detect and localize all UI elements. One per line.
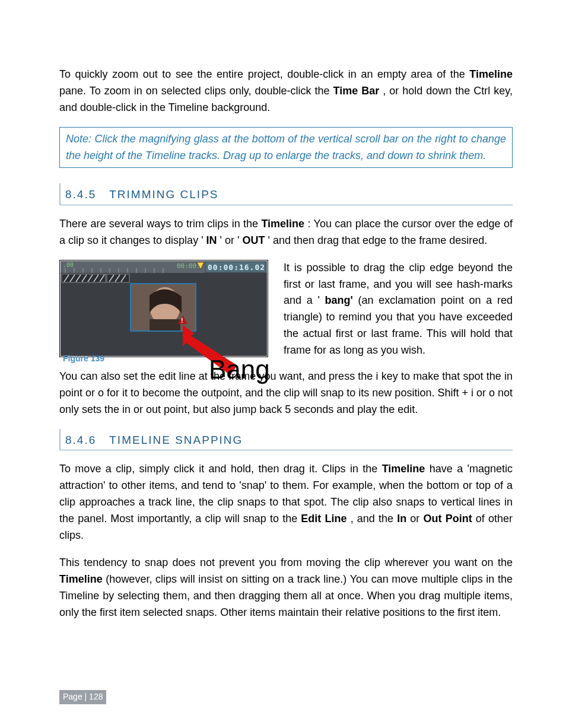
small-timecode: 00:00:	[177, 262, 201, 270]
text: You can also set the edit line at the fr…	[59, 370, 513, 415]
bold-out: OUT	[243, 234, 265, 246]
bold-timeline: Timeline	[382, 463, 425, 475]
bold-timebar: Time Bar	[333, 85, 380, 97]
note-text: Note: Click the magnifying glass at the …	[66, 133, 506, 161]
text: , and the	[351, 513, 398, 524]
ruler-mark: .00	[63, 262, 74, 268]
snapping-paragraph-1: To move a clip, simply click it and hold…	[59, 461, 513, 543]
bold-timeline: Timeline	[469, 68, 513, 80]
heading-number: 8.4.5	[65, 186, 96, 203]
bold-timeline: Timeline	[59, 573, 103, 585]
bold-in: In	[397, 513, 406, 524]
text: pane. To zoom in on selected clips only,…	[59, 85, 333, 97]
text: This tendency to snap does not prevent y…	[59, 557, 513, 568]
heading-title: TIMELINE SNAPPING	[109, 431, 243, 449]
trimming-intro-paragraph: There are several ways to trim clips in …	[59, 216, 513, 249]
bold-timeline: Timeline	[261, 218, 304, 230]
intro-paragraph: To quickly zoom out to see the entire pr…	[59, 66, 513, 116]
heading-title: TRIMMING CLIPS	[109, 186, 218, 203]
text: There are several ways to trim clips in …	[59, 218, 261, 230]
page: To quickly zoom out to see the entire pr…	[0, 0, 566, 728]
page-number-label: Page | 128	[59, 690, 106, 704]
heading-number: 8.4.6	[65, 431, 96, 449]
text: To quickly zoom out to see the entire pr…	[59, 68, 469, 80]
svg-rect-30	[150, 319, 180, 331]
figure-text-wrap: .00 00:00: 00:00:16.02	[59, 260, 513, 365]
text: ' or '	[220, 234, 240, 246]
figure-block: .00 00:00: 00:00:16.02	[59, 260, 268, 365]
figure-side-paragraph: It is possible to drag the clip edge bey…	[284, 260, 513, 359]
trimming-paragraph-3: You can also set the edit line at the fr…	[59, 368, 513, 418]
timecode-display: 00:00:16.02	[208, 263, 265, 272]
page-number: Page | 128	[59, 690, 106, 704]
text: ' and then drag that edge to the frame d…	[268, 234, 488, 246]
note-box: Note: Click the magnifying glass at the …	[59, 127, 513, 169]
bold-bang: bang'	[325, 294, 353, 306]
svg-rect-17	[107, 274, 129, 282]
text: To move a clip, simply click it and hold…	[59, 463, 382, 475]
section-heading-timeline-snapping: 8.4.6 TIMELINE SNAPPING	[59, 429, 513, 450]
section-heading-trimming-clips: 8.4.5 TRIMMING CLIPS	[59, 183, 513, 205]
text: (however, clips will insist on sitting o…	[59, 573, 513, 618]
snapping-paragraph-2: This tendency to snap does not prevent y…	[59, 555, 513, 621]
figure-139-illustration: .00 00:00: 00:00:16.02	[59, 260, 268, 384]
bold-editline: Edit Line	[301, 513, 346, 524]
text: or	[410, 513, 423, 524]
bang-exclamation-icon: !	[181, 317, 183, 324]
bold-out: Out Point	[424, 513, 472, 524]
bold-in: IN	[206, 234, 217, 246]
